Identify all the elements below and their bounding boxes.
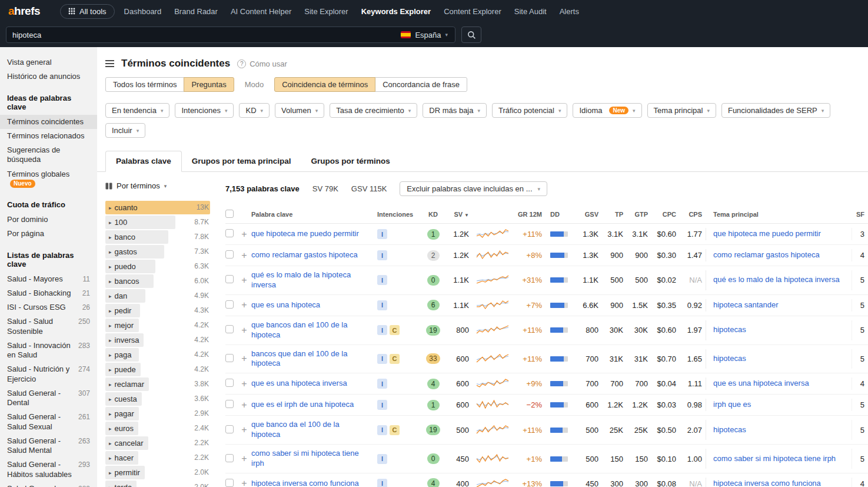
- col-tema-principal[interactable]: Tema principal: [706, 210, 852, 219]
- add-keyword-button[interactable]: +: [237, 425, 251, 435]
- sidebar-item-salud-general-enfermedades[interactable]: Salud General - Enfermedades282: [0, 482, 97, 487]
- keyword-link[interactable]: que es una hipoteca inversa: [251, 379, 347, 387]
- add-keyword-button[interactable]: +: [237, 353, 251, 364]
- keyword-link[interactable]: como reclamar gastos hipoteca: [251, 250, 358, 259]
- col-kd[interactable]: KD: [423, 211, 443, 218]
- nav-item-alerts[interactable]: Alerts: [560, 7, 579, 16]
- add-keyword-button[interactable]: +: [237, 453, 251, 464]
- parent-topic-link[interactable]: como reclamar gastos hipoteca: [713, 250, 820, 260]
- nav-item-dashboard[interactable]: Dashboard: [124, 7, 162, 16]
- add-keyword-button[interactable]: +: [237, 325, 251, 336]
- term-filter-dan[interactable]: ▸dan4.9K: [105, 289, 211, 303]
- row-checkbox[interactable]: [225, 454, 234, 462]
- filter-dr-mas-baja[interactable]: DR más baja▾: [423, 103, 487, 118]
- term-filter-cuesta[interactable]: ▸cuesta3.6K: [105, 392, 211, 406]
- row-checkbox[interactable]: [225, 250, 234, 259]
- keyword-link[interactable]: que es el irph de una hipoteca: [251, 400, 354, 409]
- parent-topic-link[interactable]: hipotecas: [713, 354, 746, 364]
- term-filter-permitir[interactable]: ▸permitir2.0K: [105, 466, 211, 480]
- sidebar-item-terminos-coincidentes[interactable]: Términos coincidentes: [0, 115, 97, 129]
- filter-tema-principal[interactable]: Tema principal▾: [647, 103, 716, 118]
- sidebar-item-salud-general-dental[interactable]: Salud General - Dental307: [0, 386, 97, 410]
- col-sv[interactable]: SV▼: [443, 211, 473, 218]
- add-keyword-button[interactable]: +: [237, 379, 251, 389]
- tab-grupos-por-terminos[interactable]: Grupos por términos: [301, 151, 400, 171]
- col-palabra-clave[interactable]: Palabra clave: [251, 210, 376, 218]
- nav-item-content-explorer[interactable]: Content Explorer: [444, 7, 501, 16]
- keyword-link[interactable]: bancos que dan el 100 de la hipoteca: [251, 349, 347, 368]
- nav-item-site-explorer[interactable]: Site Explorer: [304, 7, 348, 16]
- term-filter-puede[interactable]: ▸puede4.2K: [105, 363, 211, 377]
- how-to-use-link[interactable]: ? Cómo usar: [237, 59, 287, 68]
- col-dd[interactable]: DD: [546, 211, 574, 218]
- sidebar-item-por-dominio[interactable]: Por dominio: [0, 213, 97, 227]
- col-cps[interactable]: CPS: [680, 211, 706, 218]
- term-filter-tarda[interactable]: ▸tarda2.0K: [105, 481, 211, 487]
- filter-kd[interactable]: KD▾: [239, 103, 270, 118]
- filter-trafico-potencial[interactable]: Tráfico potencial▾: [492, 103, 567, 118]
- parent-topic-link[interactable]: como saber si mi hipoteca tiene irph: [713, 454, 836, 464]
- ahrefs-logo[interactable]: ahrefs: [8, 5, 40, 18]
- term-filter-bancos[interactable]: ▸bancos6.0K: [105, 274, 211, 289]
- toggle-coincidencia-de-terminos[interactable]: Coincidencia de términos: [274, 77, 375, 92]
- filter-volumen[interactable]: Volumen▾: [275, 103, 324, 118]
- parent-topic-link[interactable]: que es una hipoteca inversa: [713, 379, 809, 389]
- filter-funcionalidades-de-serp[interactable]: Funcionalidades de SERP▾: [721, 103, 830, 118]
- sidebar-item-salud-salud-sostenible[interactable]: Salud - Salud Sostenible250: [0, 314, 97, 339]
- parent-topic-link[interactable]: que hipoteca me puedo permitir: [713, 229, 821, 239]
- filter-idioma[interactable]: IdiomaNew▾: [573, 103, 641, 118]
- search-button[interactable]: [461, 26, 481, 43]
- toggle-preguntas[interactable]: Preguntas: [184, 77, 234, 92]
- sidebar-item-salud-innovacion-en-salud[interactable]: Salud - Innovación en Salud283: [0, 339, 97, 363]
- sidebar-item-por-pagina[interactable]: Por página: [0, 227, 97, 241]
- keyword-link[interactable]: como saber si mi hipoteca tiene irph: [251, 449, 359, 468]
- col-sf[interactable]: SF: [852, 210, 868, 219]
- sidebar-item-salud-mayores[interactable]: Salud - Mayores11: [0, 272, 97, 286]
- add-keyword-button[interactable]: +: [237, 275, 251, 286]
- keyword-link[interactable]: que hipoteca me puedo permitir: [251, 229, 359, 238]
- keyword-link[interactable]: hipoteca inversa como funciona: [251, 479, 359, 487]
- row-checkbox[interactable]: [225, 425, 234, 433]
- all-tools-button[interactable]: All tools: [60, 4, 115, 19]
- tab-grupos-por-tema-principal[interactable]: Grupos por tema principal: [182, 151, 301, 171]
- keyword-link[interactable]: que es una hipoteca: [251, 300, 320, 309]
- sidebar-item-salud-general-salud-mental[interactable]: Salud General - Salud Mental263: [0, 434, 97, 458]
- term-filter-euros[interactable]: ▸euros2.4K: [105, 422, 211, 436]
- nav-item-site-audit[interactable]: Site Audit: [514, 7, 547, 16]
- sidebar-item-salud-general-salud-sexual[interactable]: Salud General - Salud Sexual261: [0, 410, 97, 434]
- add-keyword-button[interactable]: +: [237, 300, 251, 310]
- parent-topic-link[interactable]: irph que es: [713, 400, 751, 410]
- sidebar-item-vista-general[interactable]: Vista general: [0, 55, 97, 69]
- tab-palabras-clave[interactable]: Palabras clave: [105, 151, 182, 172]
- add-keyword-button[interactable]: +: [237, 229, 251, 240]
- term-filter-cancelar[interactable]: ▸cancelar2.2K: [105, 436, 211, 450]
- toggle-todos-los-terminos[interactable]: Todos los términos: [105, 77, 184, 92]
- exclude-dropdown[interactable]: Excluir palabras clave incluidas en ... …: [400, 181, 547, 196]
- sidebar-item-salud-nutricion-y-ejercicio[interactable]: Salud - Nutrición y Ejercicio274: [0, 362, 97, 386]
- parent-topic-link[interactable]: hipotecas: [713, 325, 746, 335]
- term-filter-puedo[interactable]: ▸puedo6.3K: [105, 260, 211, 274]
- add-keyword-button[interactable]: +: [237, 400, 251, 410]
- col-tp[interactable]: TP: [602, 211, 627, 218]
- row-checkbox[interactable]: [225, 325, 234, 333]
- sidebar-item-terminos-relacionados[interactable]: Términos relacionados: [0, 129, 97, 143]
- term-filter-cuanto[interactable]: ▸cuanto13K: [105, 201, 211, 215]
- terms-view-selector[interactable]: Por términos ▾: [105, 181, 211, 190]
- row-checkbox[interactable]: [225, 300, 234, 309]
- parent-topic-link[interactable]: qué es lo malo de la hipoteca inversa: [713, 275, 840, 285]
- col-intenciones[interactable]: Intenciones: [376, 211, 423, 218]
- keyword-link[interactable]: que banco da el 100 de la hipoteca: [251, 420, 340, 439]
- col-gtp[interactable]: GTP: [627, 211, 651, 218]
- sidebar-item-sugerencias-de-busqueda[interactable]: Sugerencias de búsqueda: [0, 143, 97, 167]
- sidebar-item-terminos-globales[interactable]: Términos globalesNuevo: [0, 167, 97, 191]
- row-checkbox[interactable]: [225, 275, 234, 283]
- keyword-link[interactable]: qué es lo malo de la hipoteca inversa: [251, 270, 351, 289]
- term-filter-paga[interactable]: ▸paga4.2K: [105, 348, 211, 362]
- filter-tasa-de-crecimiento[interactable]: Tasa de crecimiento▾: [330, 103, 417, 118]
- term-filter-inversa[interactable]: ▸inversa4.2K: [105, 333, 211, 347]
- country-selector[interactable]: España ▾: [394, 31, 455, 39]
- parent-topic-link[interactable]: hipotecas: [713, 425, 746, 435]
- sidebar-item-salud-general-habitos-saludables[interactable]: Salud General - Hábitos saludables293: [0, 458, 97, 482]
- row-checkbox[interactable]: [225, 379, 234, 387]
- sidebar-item-isi-cursos-esg[interactable]: ISI - Cursos ESG26: [0, 300, 97, 314]
